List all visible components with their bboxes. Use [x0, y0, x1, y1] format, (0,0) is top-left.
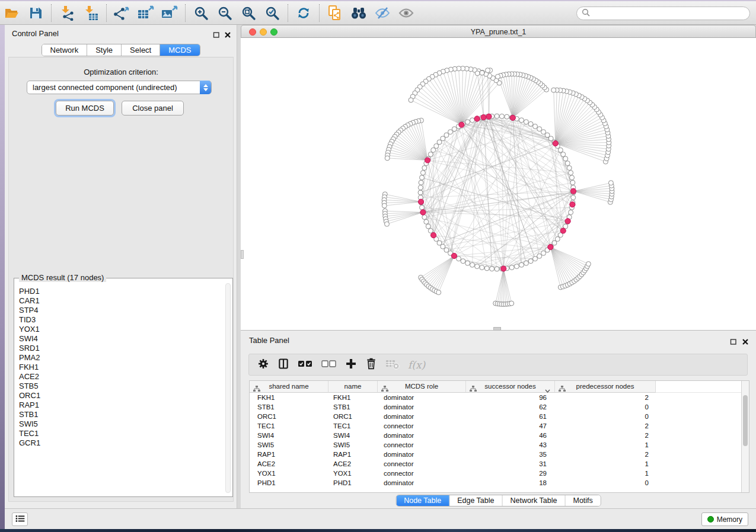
mcds-result-item[interactable]: PMA2: [19, 353, 224, 363]
mcds-result-item[interactable]: GCR1: [19, 438, 224, 448]
network-node[interactable]: [465, 120, 470, 124]
table-row[interactable]: FKH1FKH1dominator962: [250, 393, 741, 402]
table-row[interactable]: SWI4SWI4dominator462: [250, 431, 741, 440]
network-window-titlebar[interactable]: YPA_prune.txt_1: [241, 25, 756, 38]
network-node[interactable]: [570, 180, 575, 185]
network-node[interactable]: [437, 140, 442, 145]
network-node[interactable]: [565, 161, 570, 166]
mcds-result-item[interactable]: STB1: [19, 410, 224, 419]
network-leaf-node[interactable]: [509, 301, 514, 306]
table-row[interactable]: RAP1RAP1dominator352: [250, 450, 741, 459]
tab-mcds[interactable]: MCDS: [160, 44, 199, 56]
network-node[interactable]: [558, 148, 563, 152]
copy-style-button[interactable]: [323, 3, 347, 23]
network-node[interactable]: [528, 259, 533, 264]
network-node[interactable]: [499, 114, 504, 118]
network-node[interactable]: [495, 114, 499, 118]
network-mcds-node[interactable]: [570, 202, 575, 207]
column-header-mcds-role[interactable]: MCDS role: [378, 381, 466, 393]
network-node[interactable]: [552, 241, 557, 245]
network-mcds-node[interactable]: [474, 116, 480, 121]
network-mcds-node[interactable]: [418, 199, 423, 204]
network-mcds-node[interactable]: [420, 210, 426, 215]
network-node[interactable]: [569, 210, 573, 214]
mcds-result-item[interactable]: PHD1: [19, 287, 224, 296]
network-node[interactable]: [514, 264, 519, 269]
network-node[interactable]: [555, 237, 560, 242]
column-header-name[interactable]: name: [328, 381, 378, 393]
network-node[interactable]: [533, 257, 538, 261]
network-mcds-node[interactable]: [510, 115, 515, 120]
network-mcds-node[interactable]: [501, 266, 506, 271]
network-node[interactable]: [524, 261, 528, 265]
network-mcds-node[interactable]: [570, 188, 576, 194]
network-node[interactable]: [475, 264, 480, 269]
import-network-button[interactable]: [55, 3, 79, 23]
memory-button[interactable]: Memory: [701, 512, 748, 526]
table-scrollbar-thumb[interactable]: [743, 395, 748, 446]
network-node[interactable]: [434, 144, 439, 149]
mcds-result-item[interactable]: FKH1: [19, 363, 224, 372]
export-network-button[interactable]: [110, 3, 134, 23]
table-row[interactable]: STB1STB1dominator620: [250, 402, 741, 412]
tab-network[interactable]: Network: [42, 44, 87, 56]
delete-columns-button[interactable]: [365, 356, 377, 374]
network-node[interactable]: [448, 130, 453, 134]
network-leaf-node[interactable]: [385, 222, 390, 226]
network-node[interactable]: [505, 114, 509, 119]
network-node[interactable]: [495, 267, 499, 271]
network-node[interactable]: [569, 171, 573, 175]
column-header-predecessor-nodes[interactable]: predecessor nodes: [555, 381, 656, 393]
network-node[interactable]: [422, 215, 427, 220]
table-scrollbar[interactable]: [741, 381, 749, 492]
network-mcds-node[interactable]: [565, 219, 570, 224]
import-table-button[interactable]: [79, 3, 103, 23]
mcds-result-item[interactable]: TID3: [19, 315, 224, 325]
network-node[interactable]: [545, 133, 550, 137]
mcds-result-item[interactable]: SWI4: [19, 334, 224, 344]
network-node[interactable]: [537, 254, 542, 258]
network-mcds-node[interactable]: [425, 158, 430, 163]
search-input[interactable]: [593, 9, 745, 18]
panel-splitter-handle[interactable]: [241, 250, 244, 259]
network-leaf-node[interactable]: [480, 70, 484, 75]
network-node[interactable]: [422, 166, 427, 171]
network-node[interactable]: [509, 265, 514, 270]
network-node[interactable]: [537, 127, 542, 132]
table-row[interactable]: YOX1YOX1connector291: [250, 469, 741, 478]
mcds-result-item[interactable]: STB5: [19, 382, 224, 391]
network-node[interactable]: [528, 121, 533, 126]
network-node[interactable]: [428, 152, 433, 157]
network-node[interactable]: [470, 262, 475, 267]
network-node[interactable]: [418, 190, 423, 195]
float-panel-icon[interactable]: [213, 30, 220, 37]
network-node[interactable]: [426, 224, 430, 229]
network-node[interactable]: [563, 156, 568, 161]
network-node[interactable]: [480, 265, 484, 270]
network-node[interactable]: [533, 124, 538, 129]
network-node[interactable]: [461, 259, 465, 264]
network-mcds-node[interactable]: [548, 244, 553, 249]
network-mcds-node[interactable]: [553, 141, 558, 146]
table-row[interactable]: ACE2ACE2connector311: [250, 459, 741, 469]
table-row[interactable]: TEC1TEC1connector472: [250, 421, 741, 431]
network-mcds-node[interactable]: [459, 122, 464, 127]
mcds-result-item[interactable]: SWI5: [19, 419, 224, 429]
network-leaf-node[interactable]: [486, 68, 490, 73]
mcds-result-item[interactable]: ORC1: [19, 391, 224, 400]
close-panel-button[interactable]: Close panel: [122, 101, 184, 116]
network-node[interactable]: [457, 257, 461, 261]
network-leaf-node[interactable]: [475, 71, 480, 76]
network-mcds-node[interactable]: [560, 228, 566, 233]
mcds-result-item[interactable]: YOX1: [19, 325, 224, 334]
column-header-shared-name[interactable]: shared name: [250, 381, 328, 393]
network-leaf-node[interactable]: [409, 98, 413, 102]
table-settings-button[interactable]: [257, 356, 269, 374]
mcds-result-item[interactable]: STP4: [19, 306, 224, 315]
network-node[interactable]: [418, 185, 423, 190]
tab-style[interactable]: Style: [87, 44, 122, 56]
network-node[interactable]: [420, 205, 425, 210]
function-builder-button[interactable]: f(x): [408, 356, 425, 374]
task-history-button[interactable]: [12, 512, 28, 526]
network-node[interactable]: [420, 171, 425, 175]
